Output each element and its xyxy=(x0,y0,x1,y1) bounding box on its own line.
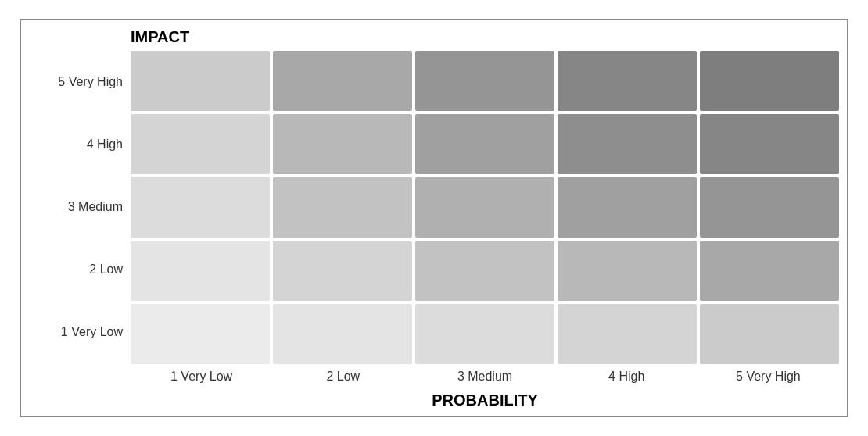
y-axis-label: 3 Medium xyxy=(29,199,123,214)
x-axis-label: 2 Low xyxy=(272,369,414,385)
grid-cell xyxy=(415,304,554,364)
grid-row xyxy=(131,241,839,301)
grid-cell xyxy=(415,51,554,111)
grid-row xyxy=(131,51,839,111)
grid-cell xyxy=(273,304,412,364)
grid-cell xyxy=(700,51,839,111)
y-axis-title: IMPACT xyxy=(131,28,839,46)
grid-cell xyxy=(131,241,270,301)
y-axis-label: 5 Very High xyxy=(29,74,123,89)
grid-row xyxy=(131,114,839,174)
grid-cell xyxy=(131,51,270,111)
grid-cell xyxy=(273,114,412,174)
grid-cell xyxy=(273,177,412,238)
y-axis-labels: 5 Very High4 High3 Medium2 Low1 Very Low xyxy=(29,51,131,364)
grid-cell xyxy=(415,114,554,174)
grid-row xyxy=(131,177,839,238)
grid-cell xyxy=(558,51,697,111)
x-axis-labels: 1 Very Low2 Low3 Medium4 High5 Very High xyxy=(131,364,839,388)
grid-cell xyxy=(700,114,839,174)
x-axis-label: 4 High xyxy=(556,369,698,385)
x-axis-title: PROBABILITY xyxy=(29,388,839,416)
y-axis-label: 2 Low xyxy=(29,262,123,277)
grid-cell xyxy=(415,241,554,301)
grid-cell xyxy=(131,114,270,174)
grid-cell xyxy=(700,177,839,238)
grid xyxy=(131,51,839,364)
grid-cell xyxy=(558,177,697,238)
risk-matrix-chart: IMPACT 5 Very High4 High3 Medium2 Low1 V… xyxy=(20,19,848,417)
grid-cell xyxy=(415,177,554,238)
grid-cell xyxy=(273,241,412,301)
x-axis-label: 3 Medium xyxy=(414,369,555,385)
y-axis-label: 4 High xyxy=(29,137,123,152)
grid-cell xyxy=(700,241,839,301)
y-axis-label: 1 Very Low xyxy=(29,324,123,339)
x-axis-label: 1 Very Low xyxy=(131,369,272,385)
grid-cell xyxy=(558,114,697,174)
matrix-body: 5 Very High4 High3 Medium2 Low1 Very Low xyxy=(29,51,839,364)
grid-cell xyxy=(273,51,412,111)
grid-row xyxy=(131,304,839,364)
grid-cell xyxy=(700,304,839,364)
grid-cell xyxy=(558,241,697,301)
x-axis-label: 5 Very High xyxy=(698,369,839,385)
grid-cell xyxy=(558,304,697,364)
grid-cell xyxy=(131,177,270,238)
grid-cell xyxy=(131,304,270,364)
